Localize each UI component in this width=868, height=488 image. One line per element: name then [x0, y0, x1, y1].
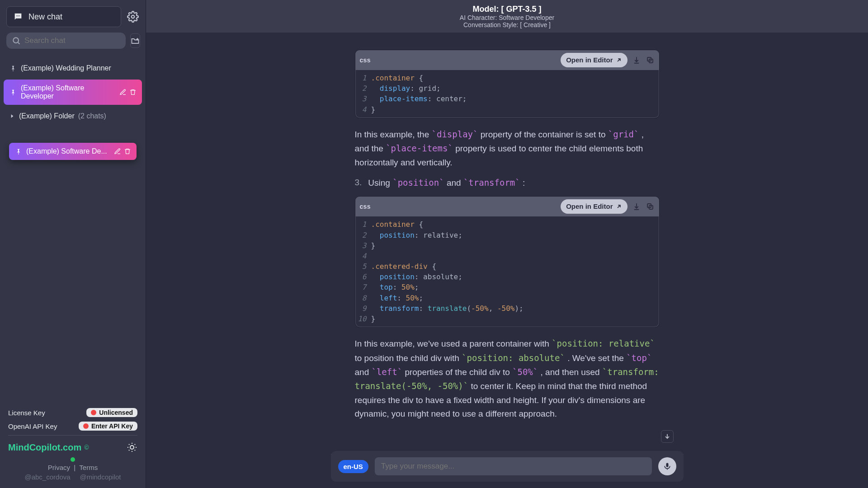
text: . We've set the	[567, 353, 626, 363]
message-paragraph: In this example, we've used a parent con…	[355, 337, 660, 421]
sidebar-folder[interactable]: (Example) Folder (2 chats)	[4, 108, 142, 125]
open-in-editor-label: Open in Editor	[566, 55, 613, 66]
license-status-pill[interactable]: Unlicensed	[86, 408, 137, 417]
input-language-pill[interactable]: en-US	[338, 460, 368, 473]
sidebar-chat-item[interactable]: (Example) Wedding Planner	[4, 60, 142, 77]
inline-code: `50%`	[512, 367, 538, 377]
pin-icon	[14, 148, 22, 155]
search-chat-input[interactable]	[24, 36, 120, 45]
folder-label: (Example) Folder	[19, 112, 75, 120]
code-body: 1.container { 2 position: relative; 3} 4…	[355, 216, 659, 327]
message-paragraph: In this example, the `display` property …	[355, 127, 660, 169]
text: to position the child div with	[355, 353, 462, 363]
code-language-label: css	[360, 55, 371, 65]
copy-code-button[interactable]	[646, 202, 655, 211]
svg-point-0	[16, 15, 17, 16]
api-key-pill[interactable]: Enter API Key	[79, 422, 137, 431]
sidebar-chat-item-active[interactable]: (Example) Software Developer	[4, 80, 142, 105]
delete-chat-button[interactable]	[129, 89, 137, 96]
svg-point-5	[130, 446, 134, 449]
main-panel: Model: [ GPT-3.5 ] AI Character: Softwar…	[146, 0, 868, 488]
text: :	[523, 178, 525, 188]
settings-button[interactable]	[127, 10, 139, 23]
inline-code: `transform`	[463, 178, 520, 188]
search-icon	[12, 36, 21, 45]
text: , and then used	[541, 367, 602, 377]
chat-list: (Example) Wedding Planner (Example) Soft…	[0, 55, 146, 402]
edit-chat-button[interactable]	[119, 89, 127, 96]
copy-code-button[interactable]	[646, 56, 655, 65]
inline-code: `grid`	[608, 129, 639, 139]
text: and	[447, 178, 463, 188]
code-language-label: css	[360, 202, 371, 211]
open-in-editor-label: Open in Editor	[566, 201, 613, 212]
new-folder-button[interactable]	[130, 33, 140, 48]
drag-preview: (Example) Software De...	[4, 143, 142, 160]
text: properties of the child div to	[405, 367, 512, 377]
voice-input-button[interactable]	[658, 457, 676, 475]
brand-text: MindCopilot.com	[8, 442, 81, 453]
code-body: 1.container { 2 display: grid; 3 place-i…	[355, 70, 659, 118]
brand-link[interactable]: MindCopilot.com ©	[8, 442, 89, 453]
text: In this example, the	[355, 130, 432, 139]
inline-code: `position: absolute`	[462, 353, 565, 363]
ordered-list: 3. Using `position` and `transform` :	[355, 176, 660, 190]
pin-icon	[9, 65, 16, 72]
message-input[interactable]	[375, 457, 652, 475]
character-label: AI Character: Software Developer	[460, 14, 554, 21]
social-handle[interactable]: @mindcopilot	[80, 473, 121, 481]
new-chat-button[interactable]: New chat	[6, 6, 121, 27]
new-chat-label: New chat	[28, 12, 62, 22]
chat-item-label: (Example) Wedding Planner	[21, 64, 111, 72]
inline-code: `position: relative`	[552, 338, 655, 348]
terms-link[interactable]: Terms	[79, 464, 98, 471]
theme-toggle-button[interactable]	[127, 442, 137, 453]
api-pill-text: Enter API Key	[91, 422, 133, 430]
model-label: Model: [ GPT-3.5 ]	[472, 5, 541, 14]
chat-item-label: (Example) Software De...	[26, 147, 107, 155]
delete-chat-button[interactable]	[124, 148, 131, 155]
license-key-label: License Key	[8, 409, 45, 417]
chat-bubble-icon	[13, 12, 23, 22]
topbar: Model: [ GPT-3.5 ] AI Character: Softwar…	[146, 0, 868, 33]
text: property of the container is set to	[481, 130, 608, 139]
svg-point-1	[18, 15, 19, 16]
privacy-link[interactable]: Privacy	[48, 464, 70, 471]
folder-meta: (2 chats)	[78, 112, 106, 120]
scroll-to-bottom-button[interactable]	[661, 430, 674, 443]
link-sep: |	[72, 464, 79, 471]
text: Using	[368, 178, 392, 188]
sidebar: New chat (Example) Wedding Planner	[0, 0, 146, 488]
open-in-editor-button[interactable]: Open in Editor	[561, 53, 627, 67]
chat-item-label: (Example) Software Developer	[21, 84, 115, 100]
open-in-editor-button[interactable]: Open in Editor	[561, 199, 627, 214]
social-handle[interactable]: @abc_cordova	[24, 473, 70, 481]
divider	[8, 435, 137, 436]
alert-dot-icon	[91, 410, 96, 415]
inline-code: `left`	[371, 367, 402, 377]
text: In this example, we've used a parent con…	[355, 339, 552, 348]
edit-chat-button[interactable]	[114, 148, 121, 155]
sidebar-footer: License Key Unlicensed OpenAI API Key En…	[0, 402, 146, 488]
inline-code: `place-items`	[386, 143, 453, 153]
inline-code: `display`	[432, 129, 478, 139]
download-code-button[interactable]	[632, 202, 641, 211]
inline-code: `position`	[392, 178, 444, 188]
sidebar-chat-item-dragging[interactable]: (Example) Software De...	[9, 143, 137, 160]
copyright-icon: ©	[84, 444, 89, 451]
conversation-scroll[interactable]: css Open in Editor	[146, 33, 868, 488]
pin-icon	[9, 89, 16, 96]
alert-dot-icon	[83, 423, 89, 429]
style-label: Conversation Style: [ Creative ]	[463, 21, 551, 28]
search-chat-wrap	[6, 33, 126, 49]
message-input-bar: en-US	[331, 451, 684, 482]
chevron-right-icon	[9, 113, 15, 119]
download-code-button[interactable]	[632, 56, 641, 65]
list-number: 3.	[355, 176, 362, 190]
status-indicator	[71, 457, 75, 462]
code-block: css Open in Editor	[355, 50, 660, 118]
svg-point-3	[132, 15, 135, 19]
svg-point-4	[13, 38, 19, 43]
code-block: css Open in Editor	[355, 196, 660, 328]
svg-point-2	[19, 15, 20, 16]
